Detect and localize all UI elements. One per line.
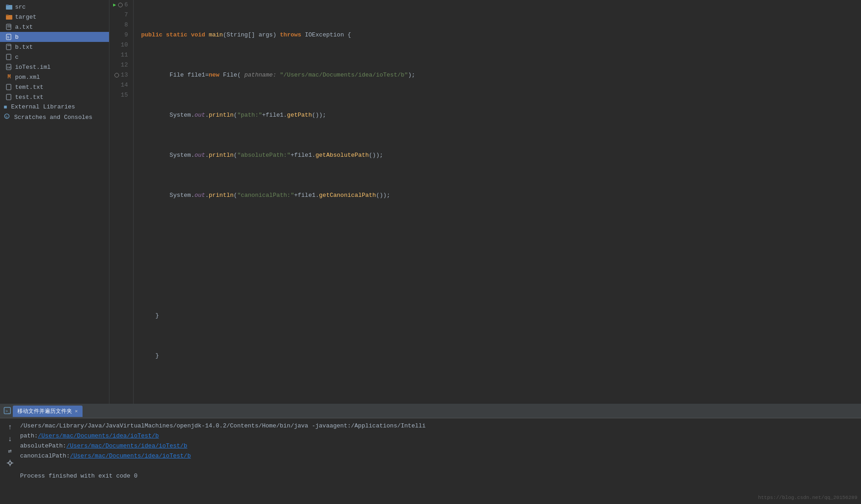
line-num-7: 7 — [113, 10, 130, 20]
txt-icon-c — [5, 53, 13, 61]
run-tab-icon: >_ — [4, 407, 11, 416]
txt-icon-temt — [5, 83, 13, 91]
path-link[interactable]: /Users/mac/Documents/idea/ioTest/b — [38, 432, 159, 439]
code-line-14: } — [141, 351, 861, 361]
sidebar-item-label: src — [15, 4, 26, 10]
folder-src-icon — [5, 3, 13, 10]
sidebar-item-label: c — [15, 54, 19, 61]
svg-text:>_: >_ — [5, 409, 10, 413]
line-num-11: 11 — [113, 50, 130, 60]
code-line-8: System.out.println("path:"+file1.getPath… — [141, 110, 861, 120]
sidebar-item-label: ioTest.iml — [15, 64, 51, 71]
bottom-left-icons: ↑ ↓ ⇄ — [4, 421, 16, 501]
sidebar-item-label: target — [15, 14, 36, 21]
watermark: https://blog.csdn.net/qq_20156289 — [758, 495, 857, 500]
console-line-exit: Process finished with exit code 0 — [20, 471, 857, 481]
bottom-tabs-bar: >_ 移动文件并遍历文件夹 × — [0, 405, 861, 418]
svg-rect-3 — [6, 15, 9, 16]
code-line-13: } — [141, 311, 861, 321]
sidebar-section-label: Scratches and Consoles — [14, 114, 93, 121]
scratches-icon: S — [4, 113, 10, 121]
run-tab[interactable]: 移动文件并遍历文件夹 × — [13, 406, 83, 417]
code-line-15 — [141, 391, 861, 401]
code-line-12 — [141, 271, 861, 281]
scroll-up-btn[interactable]: ↑ — [5, 423, 15, 432]
sidebar-item-testtxt[interactable]: test.txt — [0, 92, 109, 102]
folder-target-icon — [5, 13, 13, 21]
line-num-8: 8 — [113, 20, 130, 30]
sidebar-item-label: test.txt — [15, 94, 43, 101]
tab-label: 移动文件并遍历文件夹 — [17, 407, 72, 415]
sidebar-item-iml[interactable]: iml ioTest.iml — [0, 62, 109, 72]
svg-text:iml: iml — [7, 66, 12, 69]
sidebar-item-label: b — [15, 34, 19, 41]
sidebar-item-b[interactable]: b b — [0, 32, 109, 42]
line-num-15: 15 — [113, 90, 130, 100]
sidebar-item-target[interactable]: target — [0, 12, 109, 22]
sidebar-item-temttxt[interactable]: temt.txt — [0, 82, 109, 92]
svg-text:b: b — [7, 36, 9, 39]
code-content[interactable]: public static void main(String[] args) t… — [134, 0, 861, 404]
abspath-link[interactable]: /Users/mac/Documents/idea/ioTest/b — [66, 442, 187, 449]
run-gutter-icon[interactable]: ▶ — [113, 0, 116, 10]
console-line-path: path:/Users/mac/Documents/idea/ioTest/b — [20, 431, 857, 441]
sidebar-item-src[interactable]: src — [0, 2, 109, 12]
main-area: src target a.txt b b b.tx — [0, 0, 861, 404]
sidebar-item-btxt[interactable]: b.txt — [0, 42, 109, 52]
sidebar-item-c[interactable]: c — [0, 52, 109, 62]
svg-rect-14 — [6, 84, 11, 90]
line-num-9: 9 — [113, 30, 130, 40]
svg-rect-1 — [6, 5, 9, 6]
code-editor[interactable]: ▶ 6 7 8 9 10 — [109, 0, 861, 404]
console-line-canonpath: canonicalPath:/Users/mac/Documents/idea/… — [20, 451, 857, 461]
txt-icon-test — [5, 93, 13, 101]
txt-icon — [5, 23, 13, 31]
console-output: /Users/mac/Library/Java/JavaVirtualMachi… — [20, 421, 857, 501]
bottom-content: ↑ ↓ ⇄ /Users/mac/Library/Java/JavaVirtua… — [0, 418, 861, 504]
breakpoint-13 — [114, 73, 119, 77]
canonpath-link[interactable]: /Users/mac/Documents/idea/ioTest/b — [70, 453, 191, 459]
line-numbers: ▶ 6 7 8 9 10 — [109, 0, 134, 404]
sidebar-section-label: External Libraries — [11, 103, 75, 110]
txt-icon-b — [5, 43, 13, 51]
code-editor-area: ▶ 6 7 8 9 10 — [109, 0, 861, 404]
line-num-10: 10 — [113, 40, 130, 50]
java-file-icon: b — [5, 33, 13, 41]
line-num-12: 12 — [113, 60, 130, 70]
sidebar-item-atxt[interactable]: a.txt — [0, 22, 109, 32]
svg-rect-9 — [6, 44, 11, 50]
scroll-down-btn[interactable]: ↓ — [5, 435, 15, 444]
console-line-abspath: absolutePath:/Users/mac/Documents/idea/i… — [20, 441, 857, 451]
code-line-7: File file1=new File( pathname: "/Users/m… — [141, 70, 861, 80]
console-line-cmd: /Users/mac/Library/Java/JavaVirtualMachi… — [20, 421, 857, 431]
xml-icon: M — [5, 73, 13, 81]
code-line-10: System.out.println("canonicalPath:"+file… — [141, 190, 861, 201]
svg-point-20 — [9, 462, 11, 464]
sidebar-item-scratches[interactable]: S Scratches and Consoles — [0, 112, 109, 123]
sidebar-item-label: temt.txt — [15, 84, 43, 91]
code-line-11 — [141, 231, 861, 241]
external-libs-icon: ◼ — [4, 103, 7, 110]
code-line-6: public static void main(String[] args) t… — [141, 30, 861, 40]
settings-btn[interactable] — [5, 458, 15, 468]
svg-rect-15 — [6, 94, 11, 100]
console-line-empty — [20, 461, 857, 471]
code-line-9: System.out.println("absolutePath:"+file1… — [141, 150, 861, 160]
iml-icon: iml — [5, 63, 13, 71]
sidebar-item-external-libraries[interactable]: ◼ External Libraries — [0, 102, 109, 112]
wrap-btn[interactable]: ⇄ — [5, 447, 15, 456]
sidebar-item-label: pom.xml — [15, 74, 40, 81]
line-num-14: 14 — [113, 80, 130, 90]
line-num-13: 13 — [113, 70, 130, 80]
sidebar: src target a.txt b b b.tx — [0, 0, 109, 404]
sidebar-item-label: a.txt — [15, 24, 33, 31]
line-num-6: ▶ 6 — [113, 0, 130, 10]
svg-text:S: S — [5, 115, 8, 119]
sidebar-item-label: b.txt — [15, 44, 33, 51]
sidebar-item-pom[interactable]: M pom.xml — [0, 72, 109, 82]
bottom-panel: >_ 移动文件并遍历文件夹 × ↑ ↓ ⇄ /Users/mac/Library… — [0, 404, 861, 504]
breakpoint-6 — [118, 3, 123, 7]
svg-rect-11 — [6, 54, 11, 60]
tab-close-btn[interactable]: × — [75, 409, 78, 414]
